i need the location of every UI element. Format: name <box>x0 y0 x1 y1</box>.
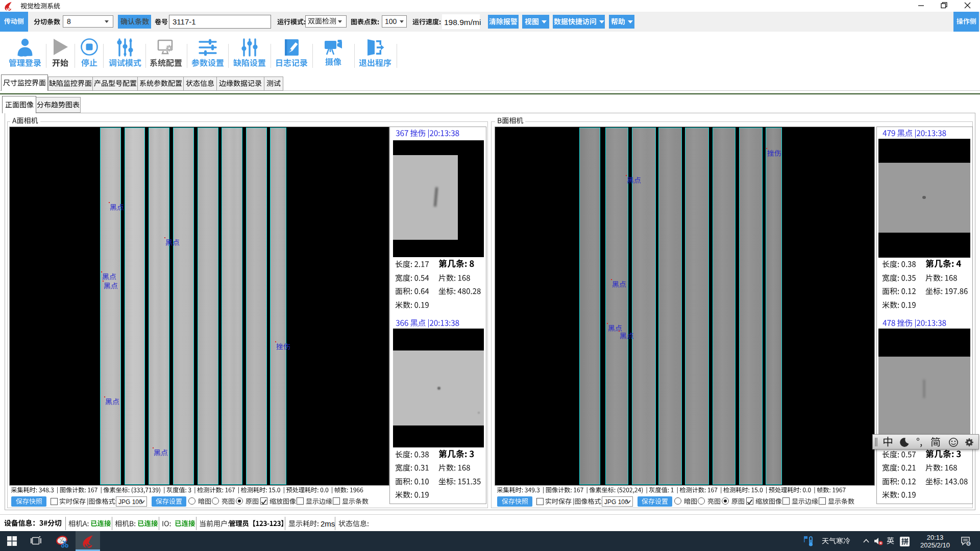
svg-text:6: 6 <box>967 541 970 546</box>
